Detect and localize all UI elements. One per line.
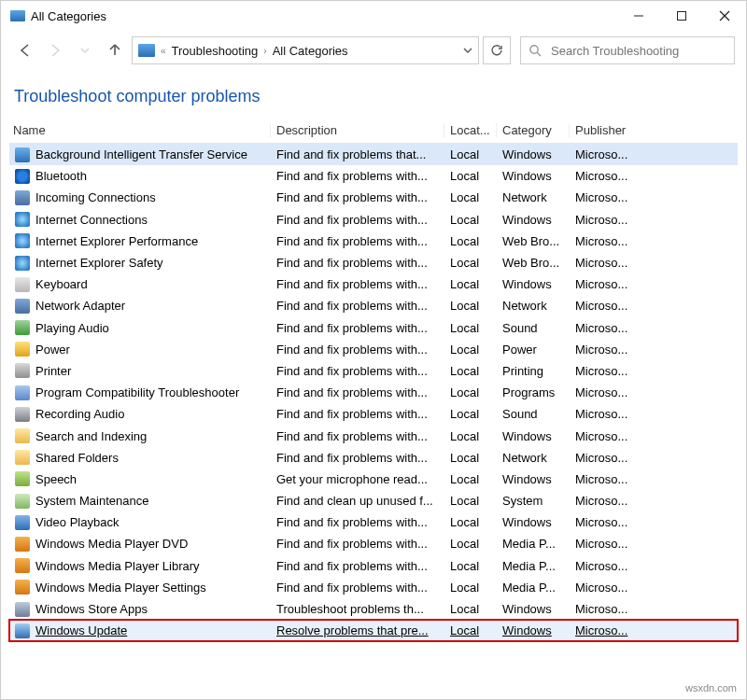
maximize-button[interactable] bbox=[660, 1, 703, 31]
address-dropdown-icon[interactable] bbox=[463, 44, 472, 58]
item-publisher: Microso... bbox=[575, 364, 627, 378]
item-description: Find and fix problems with... bbox=[276, 234, 428, 248]
table-row[interactable]: Internet Explorer SafetyFind and fix pro… bbox=[9, 252, 738, 273]
item-description: Find and fix problems with... bbox=[276, 213, 428, 227]
item-name: Program Compatibility Troubleshooter bbox=[35, 385, 239, 399]
item-icon bbox=[15, 471, 30, 486]
col-publisher[interactable]: Publisher bbox=[570, 123, 639, 137]
item-category: Windows bbox=[502, 429, 552, 443]
item-category: Windows bbox=[502, 213, 552, 227]
table-row[interactable]: Windows Store AppsTroubleshoot problems … bbox=[9, 598, 738, 620]
item-description: Find and fix problems with... bbox=[276, 321, 428, 335]
breadcrumb-seg-1[interactable]: Troubleshooting bbox=[172, 44, 259, 58]
table-row[interactable]: Network AdapterFind and fix problems wit… bbox=[9, 295, 738, 316]
item-icon bbox=[15, 537, 30, 552]
table-row[interactable]: Program Compatibility TroubleshooterFind… bbox=[9, 382, 738, 403]
item-publisher: Microso... bbox=[575, 343, 627, 357]
up-button[interactable] bbox=[102, 37, 128, 63]
item-category: Windows bbox=[502, 169, 552, 183]
table-header: Name Description Locat... Category Publi… bbox=[9, 118, 738, 144]
table-row[interactable]: Windows Media Player SettingsFind and fi… bbox=[9, 577, 738, 598]
item-publisher: Microso... bbox=[575, 321, 627, 335]
item-location: Local bbox=[450, 494, 479, 508]
item-description: Find and fix problems that... bbox=[276, 147, 426, 161]
close-button[interactable] bbox=[703, 1, 746, 31]
table-row[interactable]: Recording AudioFind and fix problems wit… bbox=[9, 403, 738, 425]
item-description: Find and fix problems with... bbox=[276, 190, 428, 204]
item-category: Network bbox=[502, 190, 547, 204]
item-location: Local bbox=[450, 321, 479, 335]
item-description: Find and fix problems with... bbox=[276, 256, 428, 270]
item-description: Find and fix problems with... bbox=[276, 559, 428, 573]
item-description: Find and fix problems with... bbox=[276, 515, 428, 529]
item-name: Windows Store Apps bbox=[35, 602, 148, 616]
item-icon bbox=[15, 256, 30, 271]
col-description[interactable]: Description bbox=[271, 123, 444, 137]
item-category: Media P... bbox=[502, 537, 556, 551]
table-row[interactable]: BluetoothFind and fix problems with...Lo… bbox=[9, 165, 738, 187]
table-row[interactable]: Playing AudioFind and fix problems with.… bbox=[9, 317, 738, 339]
breadcrumb-seg-2[interactable]: All Categories bbox=[273, 44, 348, 58]
item-name: Internet Explorer Safety bbox=[35, 256, 163, 270]
table-row[interactable]: Internet Explorer PerformanceFind and fi… bbox=[9, 231, 738, 252]
forward-button[interactable] bbox=[42, 37, 68, 63]
item-publisher: Microso... bbox=[575, 429, 627, 443]
item-category: Web Bro... bbox=[502, 234, 559, 248]
address-bar[interactable]: « Troubleshooting › All Categories bbox=[132, 36, 479, 64]
table-row[interactable]: SpeechGet your microphone read...LocalWi… bbox=[9, 469, 738, 490]
item-publisher: Microso... bbox=[575, 147, 627, 161]
svg-point-4 bbox=[530, 46, 538, 53]
search-input[interactable] bbox=[549, 43, 726, 59]
item-category: Sound bbox=[502, 321, 538, 335]
item-icon bbox=[15, 342, 30, 357]
table-row[interactable]: Shared FoldersFind and fix problems with… bbox=[9, 447, 738, 469]
item-name: Keyboard bbox=[35, 277, 88, 291]
item-category: Windows bbox=[502, 515, 552, 529]
address-icon bbox=[138, 42, 155, 59]
table-row[interactable]: Incoming ConnectionsFind and fix problem… bbox=[9, 187, 738, 208]
item-icon bbox=[15, 385, 30, 400]
item-name: Incoming Connections bbox=[35, 190, 156, 204]
svg-line-5 bbox=[537, 52, 541, 56]
col-location[interactable]: Locat... bbox=[444, 123, 497, 137]
item-description: Find and fix problems with... bbox=[276, 407, 428, 421]
minimize-button[interactable] bbox=[617, 1, 660, 31]
item-location: Local bbox=[450, 256, 479, 270]
item-category: Web Bro... bbox=[502, 256, 559, 270]
item-location: Local bbox=[450, 429, 479, 443]
item-name: Windows Media Player Settings bbox=[35, 581, 206, 595]
table-row[interactable]: PrinterFind and fix problems with...Loca… bbox=[9, 360, 738, 382]
search-box[interactable] bbox=[520, 36, 735, 64]
refresh-button[interactable] bbox=[483, 36, 511, 64]
item-description: Find and fix problems with... bbox=[276, 277, 428, 291]
item-category: Programs bbox=[502, 385, 555, 399]
table-row[interactable]: Video PlaybackFind and fix problems with… bbox=[9, 511, 738, 533]
titlebar: All Categories bbox=[1, 1, 746, 31]
back-button[interactable] bbox=[12, 37, 38, 63]
table-row[interactable]: Windows UpdateResolve problems that pre.… bbox=[9, 620, 738, 641]
table-row[interactable]: System MaintenanceFind and clean up unus… bbox=[9, 490, 738, 511]
item-publisher: Microso... bbox=[575, 623, 627, 637]
item-location: Local bbox=[450, 169, 479, 183]
item-location: Local bbox=[450, 147, 479, 161]
item-location: Local bbox=[450, 602, 479, 616]
col-name[interactable]: Name bbox=[9, 123, 271, 137]
col-category[interactable]: Category bbox=[497, 123, 570, 137]
item-icon bbox=[15, 299, 30, 314]
table-row[interactable]: Search and IndexingFind and fix problems… bbox=[9, 425, 738, 446]
table-row[interactable]: KeyboardFind and fix problems with...Loc… bbox=[9, 273, 738, 295]
table-row[interactable]: Background Intelligent Transfer ServiceF… bbox=[9, 144, 738, 165]
item-location: Local bbox=[450, 277, 479, 291]
item-name: System Maintenance bbox=[35, 494, 148, 508]
item-name: Video Playback bbox=[35, 515, 119, 529]
item-icon bbox=[15, 363, 30, 378]
item-name: Speech bbox=[35, 472, 77, 486]
item-location: Local bbox=[450, 451, 479, 465]
item-location: Local bbox=[450, 299, 479, 313]
recent-dropdown[interactable] bbox=[72, 37, 98, 63]
window-buttons bbox=[617, 1, 746, 31]
table-row[interactable]: PowerFind and fix problems with...LocalP… bbox=[9, 339, 738, 360]
table-row[interactable]: Internet ConnectionsFind and fix problem… bbox=[9, 209, 738, 231]
table-row[interactable]: Windows Media Player LibraryFind and fix… bbox=[9, 555, 738, 577]
table-row[interactable]: Windows Media Player DVDFind and fix pro… bbox=[9, 533, 738, 554]
